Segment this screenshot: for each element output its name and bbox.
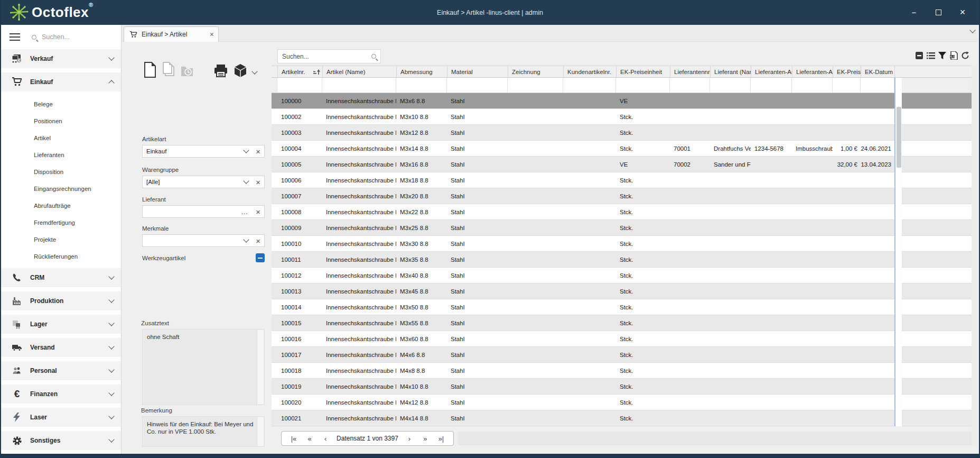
column-filter-input-ek-preiseinheit[interactable] <box>616 78 670 93</box>
table-row-100006[interactable]: 100006Innensechskantschraube I...M3x18 8… <box>272 172 972 188</box>
pager-first-button[interactable]: |« <box>289 435 298 443</box>
pager-last-button[interactable]: »| <box>436 435 446 443</box>
table-row-100013[interactable]: 100013Innensechskantschraube I...M3x45 8… <box>272 283 972 299</box>
chevron-down-icon[interactable] <box>244 236 249 242</box>
column-filter-input-artikel-name[interactable] <box>322 78 396 93</box>
package-dropdown-chevron-icon[interactable] <box>251 68 257 74</box>
column-header-abmessung[interactable]: Abmessung <box>397 66 447 77</box>
sidebar-item-eingangsrechnungen[interactable]: Eingangsrechnungen <box>1 180 121 197</box>
new-article-icon[interactable] <box>144 62 156 78</box>
textarea-scrollbar[interactable] <box>257 330 264 404</box>
merkmale-combo[interactable]: × <box>142 234 265 247</box>
table-row-100004[interactable]: 100004Innensechskantschraube I...M3x14 8… <box>272 141 972 157</box>
table-row-100016[interactable]: 100016Innensechskantschraube I...M3x60 8… <box>272 331 972 347</box>
column-filter-input-ek-preis[interactable] <box>833 78 861 93</box>
export-xls-icon[interactable]: XLS <box>949 51 958 60</box>
table-row-100021[interactable]: 100021Innensechskantschraube I...M4x14 8… <box>272 410 972 426</box>
column-filter-input-abmessung[interactable] <box>396 78 447 93</box>
column-header-zeichnung[interactable]: Zeichnung <box>508 66 564 77</box>
textarea-scrollbar[interactable] <box>257 417 264 446</box>
column-filter-input-artikelnr[interactable] <box>277 78 322 93</box>
sidebar-search-input[interactable]: Suchen... <box>42 33 70 41</box>
table-row-100005[interactable]: 100005Innensechskantschraube I...M3x16 8… <box>272 157 972 172</box>
warengruppe-combo[interactable]: [Alle] × <box>142 176 265 188</box>
lieferant-picker[interactable]: … × <box>142 205 265 218</box>
sidebar-item-artikel[interactable]: Artikel <box>1 130 121 146</box>
table-row-100014[interactable]: 100014Innensechskantschraube I...M3x50 8… <box>272 299 972 315</box>
copy-article-icon[interactable] <box>162 62 175 78</box>
clear-icon[interactable]: × <box>256 237 260 245</box>
column-header-material[interactable]: Material <box>447 66 508 77</box>
tab-einkauf-artikel[interactable]: Einkauf > Artikel × <box>124 26 219 42</box>
pager-next-button[interactable]: › <box>405 435 414 443</box>
list-view-icon[interactable] <box>927 52 935 59</box>
column-filter-input-lieferanten-arti[interactable] <box>751 78 792 93</box>
sidebar-item-belege[interactable]: Belege <box>1 96 121 113</box>
column-header-ek-preis[interactable]: EK-Preis <box>833 66 861 77</box>
column-header-artikel-name[interactable]: Artikel (Name) <box>323 66 397 77</box>
column-header-kundenartikelnr[interactable]: Kundenartikelnr. <box>564 66 617 77</box>
column-filter-input-kundenartikelnr[interactable] <box>563 78 616 93</box>
sidebar-item-projekte[interactable]: Projekte <box>1 231 121 248</box>
table-row-100019[interactable]: 100019Innensechskantschraube I...M4x10 8… <box>272 379 972 395</box>
table-row-100000[interactable]: 100000Innensechskantschraube I...M3x6 8.… <box>272 93 972 109</box>
clear-icon[interactable]: × <box>256 148 260 155</box>
sidebar-group-einkauf[interactable]: Einkauf <box>1 72 121 91</box>
article-history-icon[interactable] <box>181 65 195 78</box>
column-header-ek-preiseinheit[interactable]: EK-Preiseinheit <box>617 66 670 77</box>
column-filter-input-material[interactable] <box>447 78 508 93</box>
sidebar-item-positionen[interactable]: Positionen <box>1 113 121 130</box>
sidebar-item-disposition[interactable]: Disposition <box>1 163 121 180</box>
outer-scrollbar-track[interactable] <box>972 66 978 447</box>
table-row-100020[interactable]: 100020Innensechskantschraube I...M4x12 8… <box>272 395 972 410</box>
column-header-lieferanten-arti[interactable]: Lieferanten-Arti... <box>751 66 792 77</box>
sidebar-group-versand[interactable]: Versand <box>1 338 121 357</box>
sidebar-item-rücklieferungen[interactable]: Rücklieferungen <box>1 248 121 265</box>
print-icon[interactable] <box>213 64 228 78</box>
grid-vertical-scrollbar[interactable] <box>894 78 902 426</box>
column-header-lieferanten-arti[interactable]: Lieferanten-Arti... <box>792 66 833 77</box>
table-row-100002[interactable]: 100002Innensechskantschraube I...M3x10 8… <box>272 109 972 125</box>
column-filter-input-lieferantennr[interactable] <box>670 78 710 93</box>
chevron-down-icon[interactable] <box>244 178 249 184</box>
sidebar-group-verkauf[interactable]: € Verkauf <box>1 49 121 68</box>
table-row-100018[interactable]: 100018Innensechskantschraube I...M4x8 8.… <box>272 363 972 379</box>
artikelart-combo[interactable]: Einkauf × <box>142 145 265 158</box>
bemerkung-textarea[interactable]: Hinweis für den Einkauf: Bei Meyer und C… <box>142 416 265 447</box>
column-header-lieferantennr[interactable]: Lieferantennr. <box>670 66 711 77</box>
scrollbar-thumb[interactable] <box>897 107 901 168</box>
table-row-100010[interactable]: 100010Innensechskantschraube I...M3x30 8… <box>272 236 972 252</box>
column-header-ek-datum[interactable]: EK-Datum <box>861 66 895 77</box>
grid-search-box[interactable]: Suchen... <box>277 49 381 63</box>
horizontal-scrollbar-track[interactable] <box>458 432 972 445</box>
column-header-artikelnr[interactable]: Artikelnr. <box>278 66 323 77</box>
sidebar-group-finanzen[interactable]: € Finanzen <box>1 384 121 404</box>
werkzeugartikel-checkbox[interactable] <box>256 253 265 262</box>
close-button[interactable]: × <box>950 5 975 21</box>
clear-icon[interactable]: × <box>256 178 260 186</box>
column-filter-input-ek-datum[interactable] <box>861 78 894 93</box>
table-row-100008[interactable]: 100008Innensechskantschraube I...M3x22 8… <box>272 204 972 220</box>
ellipsis-picker-icon[interactable]: … <box>241 208 248 216</box>
sidebar-group-produktion[interactable]: Produktion <box>1 291 121 310</box>
table-row-100009[interactable]: 100009Innensechskantschraube I...M3x25 8… <box>272 220 972 236</box>
sidebar-item-abrufaufträge[interactable]: Abrufaufträge <box>1 197 121 214</box>
sidebar-group-sonstiges[interactable]: Sonstiges <box>1 431 121 450</box>
refresh-icon[interactable] <box>961 51 969 60</box>
menu-icon[interactable] <box>10 33 20 41</box>
column-filter-input-lieferanten-arti[interactable] <box>792 78 833 93</box>
sidebar-group-laser[interactable]: Laser <box>1 408 121 427</box>
maximize-button[interactable] <box>926 5 950 21</box>
table-row-100011[interactable]: 100011Innensechskantschraube I...M3x35 8… <box>272 252 972 268</box>
chevron-down-icon[interactable] <box>244 147 249 153</box>
pager-next-page-button[interactable]: » <box>421 435 430 443</box>
column-header-lieferant-name[interactable]: Lieferant (Name) <box>711 66 751 77</box>
tab-list-chevron-icon[interactable] <box>969 27 975 33</box>
pager-prev-page-button[interactable]: « <box>305 435 314 443</box>
tab-close-icon[interactable]: × <box>210 31 214 38</box>
pager-prev-button[interactable]: ‹ <box>321 435 330 443</box>
sidebar-item-fremdfertigung[interactable]: Fremdfertigung <box>1 214 121 231</box>
zusatztext-textarea[interactable]: ohne Schaft <box>142 329 265 405</box>
sidebar-item-lieferanten[interactable]: Lieferanten <box>1 146 121 163</box>
sidebar-group-personal[interactable]: Personal <box>1 361 121 380</box>
